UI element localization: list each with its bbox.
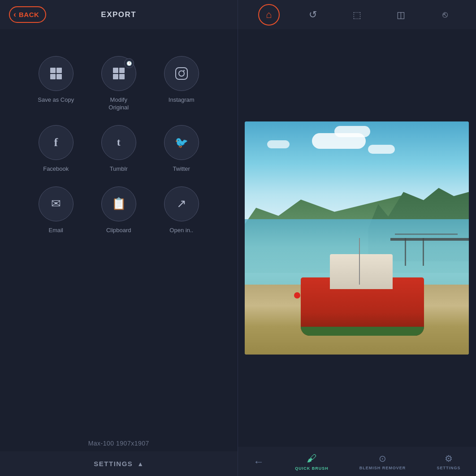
facebook-icon: f	[39, 125, 74, 160]
tumblr-t-icon: t	[117, 136, 121, 148]
cloud-2	[334, 126, 370, 137]
image-canvas-container	[238, 29, 476, 447]
boat-cabin	[330, 254, 393, 289]
image-info: Max-100 1907x1907	[0, 431, 238, 451]
share-button[interactable]: ⎋	[434, 4, 456, 26]
instagram-dot	[183, 70, 185, 71]
export-row-2: f Facebook t Tumblr 🐦 Twitter	[36, 125, 202, 173]
open-in-icon-circle: ↗	[164, 186, 199, 221]
export-row-3: ✉ Email 📋 Clipboard ↗ Open in..	[36, 186, 202, 234]
right-header: ⌂ ↺ ⬚ ◫ ⎋	[238, 0, 476, 29]
instagram-inner-icon	[175, 67, 188, 80]
settings-tool-icon: ⚙	[445, 453, 453, 464]
crop-icon: ⬚	[353, 9, 361, 20]
share-icon: ⎋	[442, 9, 448, 20]
save-copy-label: Save as Copy	[38, 96, 74, 104]
cloud-3	[368, 145, 395, 154]
export-item-save-copy[interactable]: Save as Copy	[36, 56, 76, 112]
export-title: EXPORT	[101, 10, 136, 19]
home-icon: ⌂	[266, 9, 272, 21]
compare-icon: ◫	[397, 9, 405, 20]
rotate-left-button[interactable]: ↺	[302, 4, 324, 26]
bridge-deck	[390, 238, 469, 241]
export-item-twitter[interactable]: 🐦 Twitter	[161, 125, 202, 173]
settings-bar-label: SETTINGS	[94, 460, 133, 467]
export-item-clipboard[interactable]: 📋 Clipboard	[99, 186, 139, 234]
modify-original-icon: 🕐	[101, 56, 136, 91]
bridge-rails	[395, 234, 458, 235]
tool-blemish-remover[interactable]: ⊙ BLEMISH REMOVER	[354, 451, 411, 472]
compare-button[interactable]: ◫	[390, 4, 412, 26]
blemish-remover-label: BLEMISH REMOVER	[359, 466, 406, 470]
quick-brush-label: QUICK BRUSH	[295, 466, 329, 471]
clipboard-icon-circle: 📋	[101, 186, 136, 221]
tool-back[interactable]: ←	[248, 454, 269, 470]
clock-badge: 🕐	[124, 58, 134, 68]
open-in-icon: ↗	[177, 197, 186, 211]
twitter-label: Twitter	[173, 165, 190, 173]
boat-stripe	[301, 327, 424, 336]
export-item-facebook[interactable]: f Facebook	[36, 125, 76, 173]
clipboard-label: Clipboard	[106, 227, 131, 234]
quick-brush-icon: 🖌	[307, 453, 316, 464]
photo-canvas	[245, 121, 469, 355]
twitter-icon: 🐦	[164, 125, 199, 160]
email-label: Email	[48, 227, 63, 234]
boat-mast	[359, 238, 360, 285]
right-panel: ⌂ ↺ ⬚ ◫ ⎋	[238, 0, 476, 476]
tool-quick-brush[interactable]: 🖌 QUICK BRUSH	[290, 451, 334, 472]
export-header: ‹ BACK EXPORT	[0, 0, 238, 29]
export-row-1: Save as Copy 🕐 ModifyOriginal Instagr	[36, 56, 202, 112]
back-button[interactable]: ‹ BACK	[9, 6, 46, 23]
settings-tool-label: SETTINGS	[437, 466, 460, 470]
tool-settings[interactable]: ⚙ SETTINGS	[431, 451, 466, 472]
tumblr-label: Tumblr	[110, 165, 128, 173]
instagram-icon	[164, 56, 199, 91]
save-copy-icon	[39, 56, 74, 91]
export-item-modify-original[interactable]: 🕐 ModifyOriginal	[99, 56, 139, 112]
settings-bar[interactable]: SETTINGS ▲	[0, 451, 238, 476]
export-grid: Save as Copy 🕐 ModifyOriginal Instagr	[0, 29, 238, 431]
bridge-support-2	[405, 238, 406, 266]
crop-button[interactable]: ⬚	[346, 4, 368, 26]
back-tool-icon: ←	[253, 455, 264, 468]
twitter-bird-icon: 🐦	[175, 136, 188, 149]
export-item-open-in[interactable]: ↗ Open in..	[161, 186, 202, 234]
export-item-tumblr[interactable]: t Tumblr	[99, 125, 139, 173]
email-icon-circle: ✉	[39, 186, 74, 221]
cloud-4	[267, 140, 290, 148]
modify-original-label: ModifyOriginal	[108, 96, 129, 112]
home-button[interactable]: ⌂	[258, 4, 280, 26]
tumblr-icon: t	[101, 125, 136, 160]
instagram-label: Instagram	[169, 96, 195, 104]
right-bottom-toolbar: ← 🖌 QUICK BRUSH ⊙ BLEMISH REMOVER ⚙ SETT…	[238, 447, 476, 476]
back-label: BACK	[19, 11, 39, 18]
left-panel: ‹ BACK EXPORT Save as Copy 🕐	[0, 0, 238, 476]
open-in-label: Open in..	[169, 227, 193, 234]
export-item-instagram[interactable]: Instagram	[161, 56, 202, 112]
settings-arrow-icon: ▲	[137, 460, 143, 467]
facebook-label: Facebook	[43, 165, 69, 173]
blemish-remover-icon: ⊙	[379, 453, 386, 464]
clipboard-icon: 📋	[112, 197, 126, 211]
bridge-support-1	[423, 238, 424, 266]
back-arrow-icon: ‹	[13, 10, 16, 19]
export-item-email[interactable]: ✉ Email	[36, 186, 76, 234]
email-envelope-icon: ✉	[51, 197, 61, 211]
facebook-f-icon: f	[54, 136, 58, 149]
rotate-left-icon: ↺	[309, 9, 317, 21]
